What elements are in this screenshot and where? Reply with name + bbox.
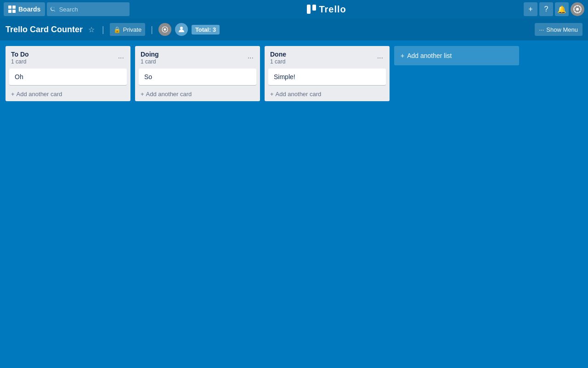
svg-rect-4 <box>307 5 311 14</box>
list-cards-done: Simple! <box>265 69 390 85</box>
add-card-button-doing[interactable]: + Add another card <box>135 87 260 101</box>
svg-point-9 <box>164 29 166 31</box>
plus-icon: + <box>401 52 404 59</box>
list-doing: Doing 1 card ··· So + Add another card <box>135 46 260 101</box>
list-menu-button-done[interactable]: ··· <box>374 53 386 63</box>
visibility-label: Private <box>123 26 141 33</box>
list-menu-button-doing[interactable]: ··· <box>245 53 256 63</box>
boards-label: Boards <box>18 6 40 13</box>
plus-icon: + <box>11 91 15 98</box>
search-input[interactable] <box>59 6 126 13</box>
svg-rect-5 <box>312 5 316 11</box>
search-bar[interactable] <box>47 2 130 16</box>
list-title-done: Done <box>270 51 286 58</box>
settings-gear-icon <box>573 5 582 14</box>
gear-icon <box>161 26 169 33</box>
svg-rect-1 <box>12 6 16 9</box>
list-title-wrap: To Do 1 card <box>11 51 29 65</box>
list-count-doing: 1 card <box>141 58 159 65</box>
boards-button[interactable]: Boards <box>4 2 45 16</box>
search-icon <box>51 6 56 12</box>
plus-icon: + <box>270 91 274 98</box>
plus-icon: + <box>528 5 532 13</box>
visibility-button[interactable]: 🔒 Private <box>110 23 145 36</box>
list-count-todo: 1 card <box>11 58 29 65</box>
list-header-done: Done 1 card ··· <box>265 46 390 69</box>
add-card-label: Add another card <box>146 91 192 98</box>
navbar: Boards Trello + ? 🔔 <box>0 0 588 18</box>
ellipsis-icon: ··· <box>539 26 544 33</box>
list-todo: To Do 1 card ··· Oh + Add another card <box>6 46 130 101</box>
divider-1: | <box>102 25 104 34</box>
svg-point-10 <box>180 27 183 29</box>
board-title[interactable]: Trello Card Counter <box>6 25 83 34</box>
add-button[interactable]: + <box>524 2 537 16</box>
list-done: Done 1 card ··· Simple! + Add another ca… <box>265 46 390 101</box>
add-list-button[interactable]: + Add another list <box>394 46 519 65</box>
add-card-label: Add another card <box>17 91 62 98</box>
board-header: Trello Card Counter ☆ | 🔒 Private | Tota… <box>0 18 588 40</box>
svg-rect-3 <box>12 10 16 13</box>
info-icon: ? <box>544 5 548 13</box>
info-button[interactable]: ? <box>539 2 553 16</box>
add-card-button-todo[interactable]: + Add another card <box>6 87 130 101</box>
total-badge: Total: 3 <box>192 25 220 34</box>
list-cards-doing: So <box>135 69 260 85</box>
show-menu-label: Show Menu <box>546 26 578 33</box>
list-title-wrap: Doing 1 card <box>141 51 159 65</box>
add-card-label: Add another card <box>276 91 322 98</box>
star-button[interactable]: ☆ <box>86 23 96 36</box>
list-title-wrap: Done 1 card <box>270 51 286 65</box>
show-menu-button[interactable]: ··· Show Menu <box>535 23 583 36</box>
list-count-done: 1 card <box>270 58 286 65</box>
nav-right-actions: + ? 🔔 <box>524 2 584 16</box>
plus-icon: + <box>141 91 144 98</box>
add-card-button-done[interactable]: + Add another card <box>265 87 390 101</box>
svg-point-7 <box>576 8 579 11</box>
board-content: To Do 1 card ··· Oh + Add another card D… <box>0 40 588 368</box>
logo-text: Trello <box>319 4 346 15</box>
list-title-todo: To Do <box>11 51 29 58</box>
board-user-member[interactable] <box>175 23 188 36</box>
card-doing-0[interactable]: So <box>139 69 256 85</box>
list-title-doing: Doing <box>141 51 159 58</box>
boards-grid-icon <box>8 6 16 13</box>
card-todo-0[interactable]: Oh <box>9 69 127 85</box>
board-settings-member[interactable] <box>158 23 171 36</box>
star-icon: ☆ <box>88 26 95 34</box>
list-header-doing: Doing 1 card ··· <box>135 46 260 69</box>
trello-logo-icon <box>307 5 316 14</box>
trello-logo: Trello <box>131 4 522 15</box>
list-cards-todo: Oh <box>6 69 130 85</box>
card-done-0[interactable]: Simple! <box>268 69 386 85</box>
svg-rect-0 <box>8 6 11 9</box>
divider-2: | <box>151 25 153 34</box>
lock-icon: 🔒 <box>113 26 121 33</box>
person-icon <box>178 26 185 33</box>
list-menu-button-todo[interactable]: ··· <box>115 53 127 63</box>
user-avatar-button[interactable] <box>571 2 584 16</box>
list-header-todo: To Do 1 card ··· <box>6 46 130 69</box>
add-list-label: Add another list <box>407 52 452 59</box>
notifications-button[interactable]: 🔔 <box>555 2 569 16</box>
svg-rect-2 <box>8 10 11 13</box>
bell-icon: 🔔 <box>557 5 566 14</box>
